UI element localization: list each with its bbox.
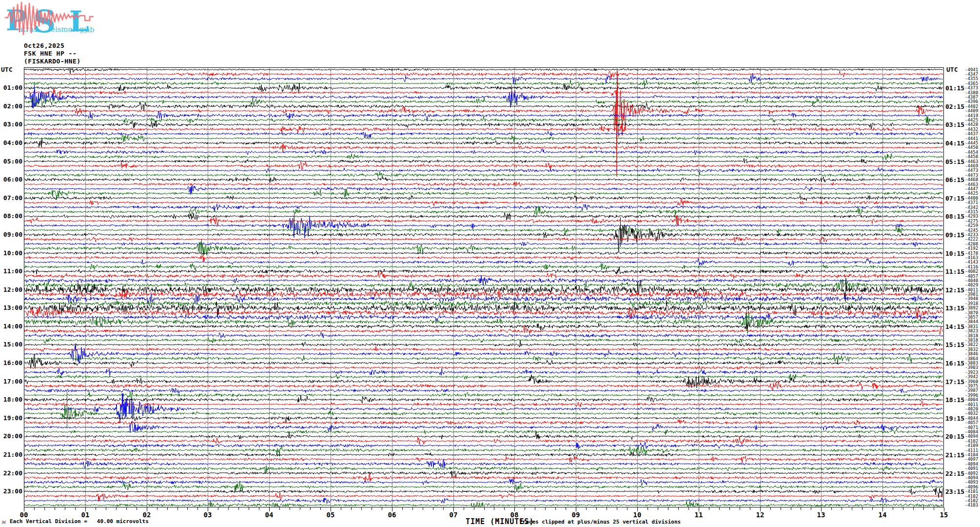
x-tick-label: 15	[940, 511, 948, 519]
left-time-label: 20:00	[0, 433, 22, 440]
left-time-label: 17:00	[0, 378, 22, 385]
helicorder-page: { "header": { "date": "Oct26,2025", "sta…	[0, 0, 980, 527]
x-minor-tick	[668, 507, 668, 510]
left-time-label: 04:00	[0, 140, 22, 146]
right-time-label: 10:15	[945, 250, 964, 257]
trace-offset-value: -3942	[965, 375, 978, 379]
x-minor-tick	[433, 507, 433, 510]
x-minor-tick	[934, 507, 934, 510]
x-tick-label: 13	[817, 511, 825, 519]
right-time-label: 02:15	[945, 103, 964, 110]
trace-offset-value: -4109	[965, 444, 978, 448]
x-minor-tick	[279, 507, 280, 510]
x-minor-tick	[137, 507, 137, 510]
x-minor-tick	[177, 507, 178, 510]
x-minor-tick	[647, 507, 648, 510]
trace-offset-value: -4259	[965, 223, 978, 228]
right-time-label: 12:15	[945, 287, 964, 294]
station-code-label: FSK HNE HP --	[24, 50, 77, 57]
left-time-label: 06:00	[0, 176, 22, 183]
left-time-label: 14:00	[0, 323, 22, 330]
x-minor-tick	[586, 507, 587, 510]
right-time-label: 13:15	[945, 305, 964, 312]
x-tick-label: 00	[20, 511, 28, 519]
left-time-label: 19:00	[0, 415, 22, 422]
right-time-label: 19:15	[945, 415, 964, 422]
right-time-label: 23:15	[945, 488, 964, 495]
right-time-label: 05:15	[945, 159, 964, 165]
x-minor-tick	[535, 507, 535, 510]
x-minor-tick	[903, 507, 903, 510]
x-minor-tick	[96, 507, 96, 510]
x-minor-tick	[770, 507, 771, 510]
x-minor-tick	[55, 507, 55, 510]
x-minor-tick	[607, 507, 607, 510]
x-minor-tick	[504, 507, 505, 510]
x-minor-tick	[872, 507, 873, 510]
left-time-label: 12:00	[0, 286, 22, 293]
scale-note: Each Vertical Division = 40.00 microvolt…	[10, 518, 149, 525]
x-minor-tick	[464, 507, 464, 510]
trace-offset-value: -3823	[965, 329, 978, 333]
trace-offset-value: -4101	[965, 489, 978, 494]
x-minor-tick	[862, 507, 862, 510]
right-time-label: 17:15	[945, 379, 964, 385]
x-minor-tick	[729, 507, 730, 510]
x-minor-tick	[678, 507, 679, 510]
right-time-label: 07:15	[945, 195, 964, 202]
left-time-label: 11:00	[0, 268, 22, 275]
left-time-label: 08:00	[0, 213, 22, 220]
x-minor-tick	[750, 507, 750, 510]
left-time-label: 21:00	[0, 451, 22, 458]
left-time-label: 05:00	[0, 158, 22, 165]
right-time-label: 22:15	[945, 470, 964, 477]
x-minor-tick	[545, 507, 546, 510]
x-tick-label: 11	[695, 511, 703, 519]
x-tick-label: 14	[879, 511, 887, 519]
right-time-label: 08:15	[945, 213, 964, 220]
right-time-label: 03:15	[945, 122, 964, 128]
right-time-label: 01:15	[945, 85, 964, 92]
x-minor-tick	[709, 507, 709, 510]
x-minor-tick	[811, 507, 811, 510]
x-minor-tick	[525, 507, 525, 510]
left-time-label: 18:00	[0, 396, 22, 403]
trace-offset-value: -4222	[965, 237, 978, 242]
x-minor-tick	[259, 507, 259, 510]
x-minor-tick	[423, 507, 423, 510]
x-tick-label: 12	[756, 511, 764, 519]
trace-offset-value: -4371	[965, 201, 978, 205]
trace-offset-value: -4094	[965, 434, 978, 439]
left-time-label: 01:00	[0, 84, 22, 91]
x-tick-label: 02	[143, 511, 151, 519]
x-minor-tick	[740, 507, 740, 510]
x-minor-tick	[566, 507, 566, 510]
x-minor-tick	[290, 507, 290, 510]
trace-offset-value: -3846	[965, 352, 978, 356]
x-minor-tick	[75, 507, 76, 510]
x-tick-label: 10	[633, 511, 642, 519]
trace-offset-value: -4091	[965, 466, 978, 471]
left-time-label: 15:00	[0, 341, 22, 348]
x-minor-tick	[658, 507, 658, 510]
trace-offset-value: -4143	[965, 260, 978, 264]
x-minor-tick	[197, 507, 198, 510]
right-time-label: 16:15	[945, 360, 964, 367]
trace-offset-value: -4409	[965, 109, 978, 113]
right-time-label: 15:15	[945, 342, 964, 348]
left-time-label: 16:00	[0, 360, 22, 366]
left-time-label: 13:00	[0, 304, 22, 311]
trace-offset-value: -4004	[965, 398, 978, 402]
trace-offset-value: -4103	[965, 503, 978, 507]
right-time-label: 04:15	[945, 140, 964, 147]
x-minor-tick	[484, 507, 485, 510]
x-minor-tick	[341, 507, 341, 510]
trace-offset-value: -4082	[965, 269, 978, 274]
right-time-label: 06:15	[945, 177, 964, 183]
x-minor-tick	[831, 507, 832, 510]
x-minor-tick	[228, 507, 229, 510]
x-tick-label: 01	[81, 511, 90, 519]
trace-offset-value: -4458	[965, 155, 978, 159]
x-minor-tick	[65, 507, 65, 510]
left-time-label: 09:00	[0, 231, 22, 238]
